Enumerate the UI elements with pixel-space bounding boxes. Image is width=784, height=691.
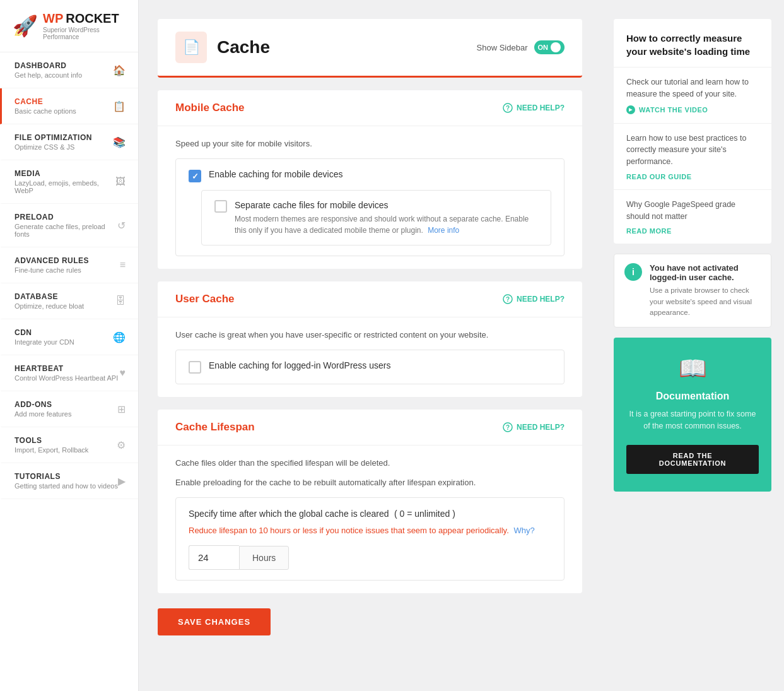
- advanced-rules-icon: ≡: [120, 259, 126, 271]
- logo-area: 🚀 WP ROCKET Superior WordPress Performan…: [0, 0, 138, 52]
- nav-title-tools: TOOLS: [15, 436, 88, 445]
- user-cache-desc: User cache is great when you have user-s…: [175, 330, 565, 340]
- nav-sub-tools: Import, Export, Rollback: [15, 446, 88, 454]
- show-sidebar-label: Show Sidebar: [477, 43, 528, 52]
- separate-cache-checkbox[interactable]: [214, 200, 227, 213]
- sidebar: 🚀 WP ROCKET Superior WordPress Performan…: [0, 0, 139, 691]
- home-icon: 🏠: [113, 64, 126, 76]
- tutorials-icon: ▶: [118, 475, 126, 487]
- reduce-note: Reduce lifespan to 10 hours or less if y…: [189, 526, 551, 535]
- book-icon: 📖: [626, 355, 759, 382]
- separate-cache-label: Separate cache files for mobile devices: [235, 200, 389, 210]
- content-area: 📄 Cache Show Sidebar ON Mobile Cache ? N…: [139, 0, 601, 691]
- nav-title-file-optimization: FILE OPTIMIZATION: [15, 133, 92, 142]
- save-changes-button[interactable]: SAVE CHANGES: [158, 608, 271, 635]
- preload-icon: ↺: [117, 220, 126, 232]
- sidebar-item-add-ons[interactable]: ADD-ONS Add more features ⊞: [0, 391, 138, 427]
- sidebar-item-heartbeat[interactable]: HEARTBEAT Control WordPress Heartbeat AP…: [0, 355, 138, 391]
- svg-text:?: ?: [506, 424, 510, 431]
- watch-video-link[interactable]: ▶ WATCH THE VIDEO: [626, 105, 759, 114]
- rocket-icon: 🚀: [13, 14, 38, 38]
- sidebar-item-advanced-rules[interactable]: ADVANCED RULES Fine-tune cache rules ≡: [0, 247, 138, 283]
- enable-user-checkbox[interactable]: [189, 361, 201, 374]
- separate-cache-desc: Most modern themes are responsive and sh…: [235, 213, 538, 236]
- nav-title-heartbeat: HEARTBEAT: [15, 364, 118, 373]
- enable-mobile-cache-box: ✓ Enable caching for mobile devices Sepa…: [175, 158, 565, 256]
- logo-wp: WP: [43, 11, 63, 26]
- alert-icon: i: [624, 263, 642, 281]
- sidebar-item-cdn[interactable]: CDN Integrate your CDN 🌐: [0, 319, 138, 355]
- page-header-left: 📄 Cache: [175, 32, 270, 63]
- sidebar-item-database[interactable]: DATABASE Optimize, reduce bloat 🗄: [0, 283, 138, 319]
- checkbox-check-icon: ✓: [192, 172, 199, 181]
- sidebar-item-dashboard[interactable]: DASHBOARD Get help, account info 🏠: [0, 52, 138, 88]
- cache-lifespan-need-help[interactable]: ? NEED HELP?: [503, 422, 565, 432]
- right-sidebar: How to correctly measure your website's …: [601, 0, 784, 691]
- sidebar-item-file-optimization[interactable]: FILE OPTIMIZATION Optimize CSS & JS 📚: [0, 124, 138, 160]
- sidebar-item-tutorials[interactable]: TUTORIALS Getting started and how to vid…: [0, 463, 138, 499]
- user-cache-section: User Cache ? NEED HELP? User cache is gr…: [158, 281, 582, 397]
- lifespan-input-row: Hours: [189, 545, 551, 570]
- main-wrap: 📄 Cache Show Sidebar ON Mobile Cache ? N…: [139, 0, 784, 691]
- tip-2-text: Learn how to use best practices to corre…: [626, 133, 759, 168]
- tip-1-text: Check our tutorial and learn how to meas…: [626, 76, 759, 100]
- enable-mobile-checkbox[interactable]: ✓: [189, 170, 201, 182]
- nav-sub-tutorials: Getting started and how to videos: [15, 482, 118, 490]
- svg-text:?: ?: [506, 105, 510, 112]
- enable-user-label: Enable caching for logged-in WordPress u…: [209, 360, 390, 370]
- sidebar-toggle-switch[interactable]: ON: [534, 40, 565, 54]
- read-guide-link[interactable]: READ OUR GUIDE: [626, 173, 759, 180]
- nav-sub-add-ons: Add more features: [15, 410, 72, 418]
- play-icon: ▶: [626, 105, 635, 114]
- cache-lifespan-header: Cache Lifespan ? NEED HELP?: [158, 410, 582, 446]
- hours-input[interactable]: [189, 545, 239, 570]
- read-documentation-button[interactable]: READ THE DOCUMENTATION: [626, 445, 759, 474]
- tools-icon: ⚙: [117, 439, 126, 451]
- why-link[interactable]: Why?: [513, 526, 534, 535]
- nav-sub-heartbeat: Control WordPress Heartbeat API: [15, 374, 118, 382]
- user-cache-link[interactable]: User cache: [175, 330, 217, 340]
- more-info-link[interactable]: More info: [428, 226, 459, 235]
- page-icon: 📄: [175, 32, 207, 63]
- nav-sub-preload: Generate cache files, preload fonts: [15, 223, 117, 238]
- cdn-icon: 🌐: [113, 331, 126, 343]
- media-icon: 🖼: [115, 176, 126, 187]
- separate-cache-option-row: Separate cache files for mobile devices …: [214, 199, 538, 236]
- read-more-link[interactable]: READ MORE: [626, 227, 759, 235]
- nav-title-tutorials: TUTORIALS: [15, 472, 118, 481]
- sidebar-item-cache[interactable]: CACHE Basic cache options 📋: [0, 88, 138, 124]
- page-header: 📄 Cache Show Sidebar ON: [158, 19, 582, 78]
- mobile-cache-body: Speed up your site for mobile visitors. …: [158, 126, 582, 269]
- enable-user-option-row: Enable caching for logged-in WordPress u…: [189, 360, 551, 374]
- unlimited-note: ( 0 = unlimited ): [394, 509, 455, 519]
- nav-sub-cache: Basic cache options: [15, 107, 76, 115]
- doc-desc: It is a great starting point to fix some…: [626, 408, 759, 432]
- enable-mobile-label: Enable caching for mobile devices: [209, 169, 342, 179]
- logo-subtitle: Superior WordPress Performance: [43, 27, 126, 40]
- tip-3: Why Google PageSpeed grade should not ma…: [614, 189, 771, 244]
- sidebar-item-media[interactable]: MEDIA LazyLoad, emojis, embeds, WebP 🖼: [0, 160, 138, 204]
- nav-title-preload: PRELOAD: [15, 213, 117, 221]
- user-cache-body: User cache is great when you have user-s…: [158, 317, 582, 397]
- heartbeat-icon: ♥: [120, 367, 126, 379]
- nav-sub-media: LazyLoad, emojis, embeds, WebP: [15, 179, 115, 194]
- how-to-card: How to correctly measure your website's …: [614, 19, 771, 244]
- svg-text:?: ?: [506, 296, 510, 303]
- nav-sub-file-optimization: Optimize CSS & JS: [15, 143, 92, 151]
- preloading-link[interactable]: preloading: [203, 478, 242, 487]
- mobile-cache-need-help[interactable]: ? NEED HELP?: [503, 103, 565, 113]
- nav-sub-cdn: Integrate your CDN: [15, 338, 74, 346]
- alert-content: You have not activated logged-in user ca…: [650, 263, 761, 318]
- tip-3-text: Why Google PageSpeed grade should not ma…: [626, 199, 759, 223]
- user-cache-need-help[interactable]: ? NEED HELP?: [503, 294, 565, 304]
- sidebar-item-tools[interactable]: TOOLS Import, Export, Rollback ⚙: [0, 427, 138, 463]
- cache-lifespan-box: Specify time after which the global cach…: [175, 497, 565, 581]
- nav-title-cache: CACHE: [15, 97, 76, 106]
- tip-2: Learn how to use best practices to corre…: [614, 123, 771, 189]
- file-opt-icon: 📚: [113, 136, 126, 148]
- mobile-cache-header: Mobile Cache ? NEED HELP?: [158, 90, 582, 126]
- sidebar-item-preload[interactable]: PRELOAD Generate cache files, preload fo…: [0, 204, 138, 247]
- user-cache-header: User Cache ? NEED HELP?: [158, 281, 582, 317]
- sidebar-nav: DASHBOARD Get help, account info 🏠 CACHE…: [0, 52, 138, 499]
- cache-lifespan-desc1: Cache files older than the specified lif…: [175, 458, 565, 468]
